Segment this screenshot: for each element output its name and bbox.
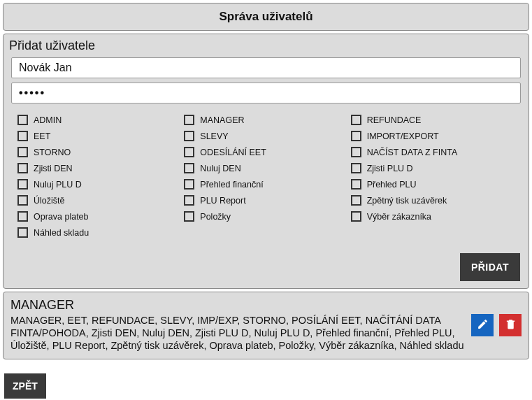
add-user-panel: Přidat uživatele ••••• ADMINMANAGERREFUN… (3, 34, 529, 289)
password-input[interactable]: ••••• (11, 83, 521, 103)
permission-label: PLU Report (200, 196, 245, 206)
checkbox-icon (351, 179, 361, 190)
delete-user-button[interactable] (499, 314, 522, 336)
page-title: Správa uživatelů (3, 3, 529, 31)
permission-label: Zjisti PLU D (367, 164, 413, 173)
checkbox-icon (351, 195, 361, 206)
permissions-grid: ADMINMANAGERREFUNDACEEETSLEVYIMPORT/EXPO… (8, 108, 524, 241)
permission-refundace[interactable]: REFUNDACE (351, 115, 517, 125)
permission-label: Výběr zákazníka (367, 212, 431, 222)
permission-nahled_skladu[interactable]: Náhled skladu (17, 227, 184, 238)
permission-uloziste[interactable]: Úložiště (17, 195, 184, 206)
checkbox-icon (351, 131, 361, 141)
checkbox-icon (184, 179, 194, 190)
permission-label: Přehled PLU (367, 180, 417, 190)
permission-label: Zpětný tisk uzávěrek (367, 196, 447, 206)
checkbox-icon (351, 211, 361, 222)
page-title-text: Správa uživatelů (219, 10, 312, 24)
add-button[interactable]: PŘIDAT (460, 253, 520, 281)
permission-label: MANAGER (200, 115, 244, 125)
permission-label: Oprava plateb (34, 212, 89, 222)
permission-plu_report[interactable]: PLU Report (184, 195, 350, 206)
permission-nuluj_den[interactable]: Nuluj DEN (184, 163, 350, 173)
permission-slevy[interactable]: SLEVY (184, 131, 350, 141)
permission-label: Položky (200, 212, 231, 222)
checkbox-icon (17, 195, 28, 206)
password-mask: ••••• (19, 85, 45, 101)
add-user-heading: Přidat uživatele (9, 38, 524, 53)
checkbox-icon (17, 179, 28, 190)
permission-manager[interactable]: MANAGER (184, 115, 350, 125)
permission-label: Zjisti DEN (34, 164, 73, 173)
name-input[interactable] (11, 57, 521, 78)
permission-label: STORNO (34, 148, 71, 157)
permission-zpetny_tisk_uzaverek[interactable]: Zpětný tisk uzávěrek (351, 195, 517, 206)
permission-label: ADMIN (34, 115, 62, 125)
permission-storno[interactable]: STORNO (17, 147, 184, 157)
permission-label: REFUNDACE (367, 115, 422, 125)
user-name: MANAGER (10, 298, 464, 313)
checkbox-icon (351, 163, 361, 173)
permission-label: Úložiště (34, 196, 64, 206)
checkbox-icon (351, 115, 361, 125)
permission-zjisti_den[interactable]: Zjisti DEN (17, 163, 184, 173)
permission-label: EET (34, 131, 50, 141)
checkbox-icon (17, 115, 28, 125)
permission-vyber_zakaznika[interactable]: Výběr zákazníka (351, 211, 517, 222)
permission-label: Nuluj DEN (200, 164, 240, 173)
permission-nacist_data_finta[interactable]: NAČÍST DATA Z FINTA (351, 147, 517, 157)
checkbox-icon (17, 211, 28, 222)
permission-label: NAČÍST DATA Z FINTA (367, 148, 458, 157)
permission-eet[interactable]: EET (17, 131, 184, 141)
checkbox-icon (17, 227, 28, 238)
permission-label: Nuluj PLU D (34, 180, 82, 190)
checkbox-icon (17, 147, 28, 157)
checkbox-icon (184, 163, 194, 173)
checkbox-icon (351, 147, 361, 157)
edit-user-button[interactable] (471, 314, 494, 336)
permission-label: Náhled skladu (34, 228, 89, 238)
checkbox-icon (184, 211, 194, 222)
permission-polozky[interactable]: Položky (184, 211, 350, 222)
checkbox-icon (184, 195, 194, 206)
user-row: MANAGER MANAGER, EET, REFUNDACE, SLEVY, … (3, 292, 529, 359)
permission-prehled_plu[interactable]: Přehled PLU (351, 179, 517, 190)
pencil-icon (477, 318, 489, 332)
permission-admin[interactable]: ADMIN (17, 115, 184, 125)
permission-label: IMPORT/EXPORT (367, 131, 439, 141)
checkbox-icon (184, 147, 194, 157)
permission-prehled_financni[interactable]: Přehled finanční (184, 179, 350, 190)
trash-icon (505, 318, 517, 332)
checkbox-icon (17, 131, 28, 141)
checkbox-icon (184, 131, 194, 141)
permission-nuluj_plu_d[interactable]: Nuluj PLU D (17, 179, 184, 190)
permission-import_export[interactable]: IMPORT/EXPORT (351, 131, 517, 141)
permission-oprava_plateb[interactable]: Oprava plateb (17, 211, 184, 222)
permission-odesilani_eet[interactable]: ODESÍLÁNÍ EET (184, 147, 350, 157)
checkbox-icon (184, 115, 194, 125)
permission-label: SLEVY (200, 131, 228, 141)
user-permissions-text: MANAGER, EET, REFUNDACE, SLEVY, IMP/EXP,… (10, 314, 464, 352)
checkbox-icon (17, 163, 28, 173)
permission-label: Přehled finanční (200, 180, 263, 190)
permission-zjisti_plu_d[interactable]: Zjisti PLU D (351, 163, 517, 173)
permission-label: ODESÍLÁNÍ EET (200, 148, 266, 157)
back-button[interactable]: ZPĚT (4, 373, 46, 399)
